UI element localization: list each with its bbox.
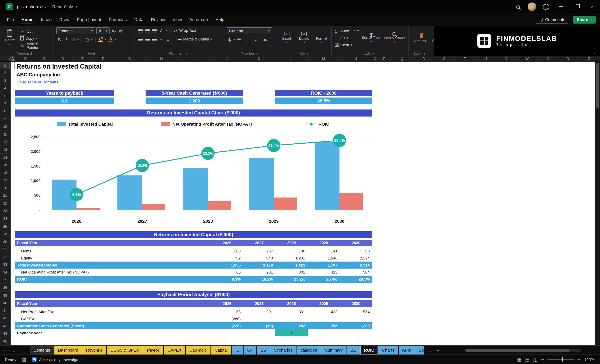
select-all-corner[interactable] (0, 56, 11, 61)
column-header-J[interactable]: J (211, 56, 243, 61)
column-header-M[interactable]: M (308, 56, 340, 61)
tab-options-button[interactable]: ⋮ (442, 346, 451, 355)
cell[interactable]: 1,035 (211, 262, 243, 269)
row-header-5[interactable]: 5 (0, 92, 10, 100)
row-header-36[interactable]: 36 (0, 284, 10, 292)
close-button[interactable]: × (584, 0, 600, 13)
row-header-44[interactable]: 44 (0, 330, 10, 337)
bar-nopat-2026[interactable] (76, 208, 100, 210)
cell[interactable]: 1,231 (275, 255, 308, 262)
cell[interactable]: 28.5% (340, 276, 372, 282)
tab-contents[interactable]: Contents (30, 346, 54, 355)
column-header-U[interactable]: U (476, 56, 496, 61)
cell[interactable]: 6.3% (211, 276, 243, 282)
zoom-level[interactable]: 120% (584, 357, 594, 362)
normal-view-icon[interactable]: ▦ (517, 357, 521, 362)
tab-so[interactable]: So (415, 346, 424, 355)
row-header-43[interactable]: 43 (0, 322, 10, 330)
column-header-I[interactable]: I (178, 56, 211, 61)
row-header-10[interactable]: 10 (0, 123, 10, 131)
tab-valuation[interactable]: Valuation (297, 346, 321, 355)
cell[interactable]: - (340, 329, 372, 336)
sort-filter-button[interactable]: Sort & Filter▾ (360, 27, 382, 49)
row-header-21[interactable]: 21 (0, 192, 10, 200)
header-cell-fiscal-year[interactable]: Fiscal Year (15, 240, 211, 246)
menu-help[interactable]: Help (212, 13, 228, 26)
horizontal-scrollbar[interactable] (464, 349, 581, 352)
cell[interactable]: 584 (340, 308, 372, 315)
tab-cogs-opex[interactable]: COGS & OPEX (107, 346, 143, 355)
column-header-N[interactable]: N (340, 56, 372, 61)
bar-nopat-2028[interactable] (208, 201, 231, 210)
column-header-D[interactable]: D (53, 56, 73, 61)
row-header-18[interactable]: 18 (0, 169, 10, 177)
increase-decimal-icon[interactable]: ←.0 (254, 36, 260, 43)
bar-invested-2028[interactable] (183, 168, 208, 210)
align-bottom-button[interactable] (151, 27, 157, 34)
row-header-28[interactable]: 28 (0, 230, 10, 238)
find-select-button[interactable]: Find & Select▾ (384, 27, 405, 49)
minimize-button[interactable] (553, 0, 569, 13)
column-header-S[interactable]: S (434, 56, 455, 61)
bold-button[interactable]: B (56, 36, 62, 43)
tab-capex[interactable]: CAPEX (164, 346, 185, 355)
insert-cells-button[interactable]: +Insert▾ (279, 27, 295, 49)
cell[interactable]: 584 (340, 269, 372, 276)
paste-button[interactable]: Paste ▾ (2, 27, 18, 49)
tab-captable[interactable]: CapTable (186, 346, 211, 355)
menu-file[interactable]: File (3, 13, 18, 26)
bar-invested-2030[interactable] (315, 142, 339, 210)
header-cell-2030[interactable]: 2030 (340, 300, 372, 307)
kpi-label[interactable]: Years to payback (15, 90, 114, 96)
cell[interactable]: - (308, 329, 340, 336)
header-cell-2030[interactable]: 2030 (340, 240, 372, 246)
tab-capital[interactable]: Capital (211, 346, 231, 355)
italic-button[interactable]: I (63, 36, 69, 43)
column-header-P[interactable]: P (378, 56, 391, 61)
menu-view[interactable]: View (169, 13, 186, 26)
bar-nopat-2027[interactable] (142, 204, 165, 210)
percent-button[interactable]: % (236, 36, 242, 43)
bar-nopat-2029[interactable] (274, 198, 297, 210)
cell[interactable]: 1,421 (275, 262, 308, 269)
menu-automate[interactable]: Automate (186, 13, 212, 26)
orient-button[interactable]: ∠ (158, 27, 164, 34)
row-header-9[interactable]: 9 (0, 115, 10, 123)
align-top-button[interactable] (137, 27, 143, 34)
dialog-launcher-icon[interactable]: ◿ (97, 52, 99, 55)
column-header-Q[interactable]: Q (391, 56, 413, 61)
cell[interactable]: - (275, 315, 308, 322)
cell[interactable]: 1,646 (308, 255, 340, 262)
menu-page-layout[interactable]: Page Layout (73, 13, 105, 26)
row-header-14[interactable]: 14 (0, 154, 10, 161)
tab-charts[interactable]: Charts (378, 346, 398, 355)
column-header-T[interactable]: T (455, 56, 476, 61)
column-header-X[interactable]: X (538, 56, 558, 61)
row-header-38[interactable]: 38 (0, 292, 10, 299)
tab-is[interactable]: IS (232, 346, 243, 355)
copy-button[interactable]: Copy▾ (20, 36, 51, 41)
menu-review[interactable]: Review (147, 13, 169, 26)
header-cell-2026[interactable]: 2026 (211, 300, 243, 307)
decrease-font-button[interactable]: A▾ (118, 27, 124, 34)
increase-indent-button[interactable]: » (165, 36, 171, 43)
tab-overflow-button[interactable]: … (424, 346, 433, 355)
format-cells-button[interactable]: Format▾ (314, 27, 329, 49)
row-header-30[interactable]: 30 (0, 238, 10, 246)
column-header-O[interactable]: O (372, 56, 378, 61)
menu-insert[interactable]: Insert (37, 13, 56, 26)
column-header-K[interactable]: K (243, 56, 275, 61)
decrease-indent-button[interactable]: « (158, 36, 164, 43)
cell[interactable]: 26.4% (308, 276, 340, 282)
cell[interactable]: - (211, 329, 243, 336)
menu-data[interactable]: Data (131, 13, 147, 26)
header-cell-2028[interactable]: 2028 (275, 240, 308, 246)
header-cell-2028[interactable]: 2028 (275, 300, 308, 307)
bar-invested-2027[interactable] (117, 175, 142, 210)
row-header-23[interactable]: 23 (0, 207, 10, 215)
column-header-F[interactable]: F (93, 56, 114, 61)
column-header-R[interactable]: R (413, 56, 434, 61)
zoom-in-button[interactable]: + (578, 357, 581, 362)
autosum-button[interactable]: ΣAutoSum▾ (333, 28, 359, 34)
cell[interactable]: 423 (308, 308, 340, 315)
